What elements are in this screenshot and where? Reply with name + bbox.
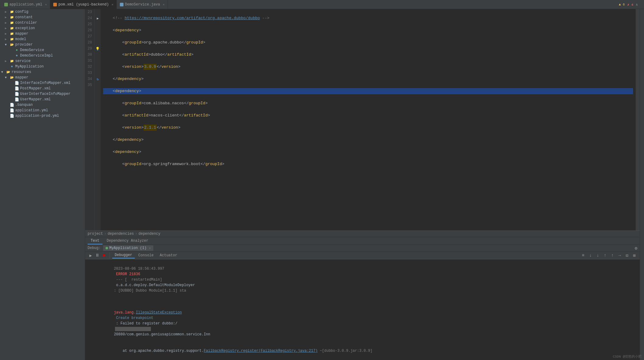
sidebar-item-config[interactable]: ▶ 📁 config xyxy=(0,9,85,15)
expand-arrow: ▶ xyxy=(5,10,9,14)
tab-pom-xml[interactable]: pom.xml (yuapi-backend) ✕ xyxy=(50,0,117,9)
debug-app-name: MyApplication (1) xyxy=(109,246,146,250)
pause-btn[interactable]: ⏸ xyxy=(94,252,100,258)
sidebar-item-model[interactable]: ▶ 📁 model xyxy=(0,36,85,42)
console-line-1: 2023-08-06 18:56:43.997 ERROR 21836 --- … xyxy=(88,261,637,299)
sidebar-label: .banquan xyxy=(15,103,33,107)
actuator-tab[interactable]: Actuator xyxy=(157,253,180,258)
debug-label: Debug: xyxy=(88,246,101,250)
expand-arrow: ▶ xyxy=(5,59,9,63)
sidebar-item-application-prod-yml[interactable]: 📄 application-prod.yml xyxy=(0,113,85,119)
sidebar-item-constant[interactable]: ▶ 📁 constant xyxy=(0,15,85,20)
running-indicator xyxy=(106,247,108,249)
layout-btn2[interactable]: ⊞ xyxy=(631,252,637,258)
code-line-28: </dependency> xyxy=(103,76,633,82)
xml-file-icon: 📄 xyxy=(15,81,19,85)
code-line-23: <!-- https://mvnrepository.com/artifact/… xyxy=(103,15,633,21)
sidebar-item-user-mapper[interactable]: 📄 UserMapper.xml xyxy=(0,97,85,102)
collapse-btn[interactable]: ∧ xyxy=(636,2,638,7)
xml-file-icon: 📄 xyxy=(15,97,19,102)
settings-icon[interactable]: ⚙ xyxy=(635,246,637,251)
console-line-exception: java.lang.IllegalStateException Create b… xyxy=(88,304,637,343)
debug-panel: Debug: MyApplication (1) ✕ ⚙ ▶ ⏸ ■ xyxy=(85,244,640,360)
breadcrumb-dependency[interactable]: dependency xyxy=(138,232,160,236)
gutter-line-31 xyxy=(95,58,101,64)
expand-arrow: ▼ xyxy=(5,43,9,47)
gutter-line-34: ↻ xyxy=(95,76,101,82)
sidebar-item-interface-info-mapper[interactable]: 📄 InterfaceInfoMapper.xml xyxy=(0,80,85,86)
sidebar-item-mapper[interactable]: ▶ 📁 mapper xyxy=(0,31,85,36)
sidebar-item-post-mapper[interactable]: 📄 PostMapper.xml xyxy=(0,86,85,91)
tab-close-btn[interactable]: ✕ xyxy=(45,3,47,6)
sidebar-label: application.yml xyxy=(15,108,48,112)
sidebar-label: constant xyxy=(15,15,33,19)
gutter-line-23 xyxy=(95,9,101,15)
tab-label: pom.xml (yuapi-backend) xyxy=(58,2,109,7)
scroll-up2-btn[interactable]: ↑ xyxy=(609,252,615,258)
warning-count[interactable]: ▲ 6 xyxy=(619,3,625,6)
sidebar-item-exception[interactable]: ▶ 📁 exception xyxy=(0,26,85,31)
debugger-tab[interactable]: Debugger xyxy=(112,252,135,258)
scroll-down-btn[interactable]: ↓ xyxy=(587,252,594,258)
sidebar-item-provider[interactable]: ▼ 📂 provider xyxy=(0,42,85,47)
folder-icon: 📁 xyxy=(10,21,14,25)
folder-icon: 📁 xyxy=(10,26,14,30)
sidebar-item-banquan[interactable]: 📄 .banquan xyxy=(0,102,85,108)
expand-btn[interactable]: → xyxy=(617,252,623,258)
code-line-35: <groupId>org.springframework.boot</group… xyxy=(103,161,633,167)
sidebar-item-mapper-resources[interactable]: ▼ 📂 mapper xyxy=(0,75,85,80)
breadcrumb-sep-2: › xyxy=(135,232,137,236)
sidebar-item-demo-service[interactable]: ● DemoService xyxy=(0,47,85,53)
debug-app-tab[interactable]: MyApplication (1) ✕ xyxy=(103,245,153,251)
breadcrumb: project › dependencies › dependency xyxy=(85,230,640,237)
console-output[interactable]: 2023-08-06 18:56:43.997 ERROR 21836 --- … xyxy=(85,259,640,360)
resume-btn[interactable]: ▶ xyxy=(88,252,94,258)
code-content[interactable]: <!-- https://mvnrepository.com/artifact/… xyxy=(101,9,635,230)
tab-demo-service[interactable]: DemoService.java ✕ xyxy=(117,0,168,9)
sidebar-item-resources[interactable]: ▼ 📂 resources xyxy=(0,69,85,75)
expand-arrow: ▶ xyxy=(5,37,9,41)
yaml-file-icon: 📄 xyxy=(10,108,14,112)
tab-text[interactable]: Text xyxy=(88,238,103,244)
sidebar-label: MyApplication xyxy=(15,64,44,69)
error-count[interactable]: ✗ 4 xyxy=(627,3,633,7)
sidebar-label: DemoServiceImpl xyxy=(20,54,53,58)
sidebar-item-demo-service-impl[interactable]: ● DemoServiceImpl xyxy=(0,53,85,58)
xml-file-icon xyxy=(53,3,57,6)
tab-application-yml[interactable]: application.yml ✕ xyxy=(1,0,50,9)
console-tab[interactable]: Console xyxy=(136,253,156,258)
warning-error-info: ▲ 6 ✗ 4 ∧ xyxy=(619,0,638,9)
code-line-33: </dependency> xyxy=(103,137,633,143)
code-line-24: <dependency> xyxy=(103,27,633,33)
sidebar-item-service[interactable]: ▶ 📁 service xyxy=(0,58,85,64)
stop-btn[interactable]: ■ xyxy=(101,252,107,258)
layout-btn1[interactable]: ⊡ xyxy=(624,252,630,258)
xml-file-icon: 📄 xyxy=(15,86,19,91)
code-line-30: <groupId>com.alibaba.nacos</groupId> xyxy=(103,100,633,106)
sidebar-item-controller[interactable]: ▶ 📁 controller xyxy=(0,20,85,26)
sidebar-item-application-yml[interactable]: 📄 application.yml xyxy=(0,108,85,113)
expand-arrow: ▼ xyxy=(1,71,5,74)
gutter-line-24: ▶ xyxy=(95,15,101,21)
filter-btn[interactable]: ≡ xyxy=(580,252,586,258)
java-main-icon: ● xyxy=(10,64,14,69)
folder-open-icon: 📂 xyxy=(10,43,14,47)
scroll-up-btn[interactable]: ↑ xyxy=(602,252,608,258)
sidebar-item-my-application[interactable]: ● MyApplication xyxy=(0,64,85,69)
sidebar-item-user-interface-info-mapper[interactable]: 📄 UserInterfaceInfoMapper xyxy=(0,91,85,97)
tab-dependency-analyzer[interactable]: Dependency Analyzer xyxy=(104,238,151,244)
sidebar-label: exception xyxy=(15,26,35,30)
tab-close-btn[interactable]: ✕ xyxy=(163,3,165,6)
code-line-26: <artifactId>dubbo</artifactId> xyxy=(103,52,633,58)
scroll-down2-btn[interactable]: ↓ xyxy=(595,252,601,258)
code-editor[interactable]: 23 24 25 26 27 28 29 30 31 32 33 34 35 xyxy=(85,9,640,230)
project-sidebar: ▶ 📁 config ▶ 📁 constant ▶ 📁 controller ▶… xyxy=(0,9,85,360)
code-gutter: ▶ 💡 ↻ xyxy=(95,9,101,230)
debug-session-close[interactable]: ✕ xyxy=(149,246,151,250)
expand-arrow: ▶ xyxy=(5,16,9,19)
tab-close-btn[interactable]: ✕ xyxy=(112,3,113,6)
breadcrumb-project[interactable]: project xyxy=(88,232,103,236)
breadcrumb-dependencies[interactable]: dependencies xyxy=(108,232,134,236)
gutter-line-25 xyxy=(95,21,101,27)
gutter-line-26 xyxy=(95,27,101,33)
